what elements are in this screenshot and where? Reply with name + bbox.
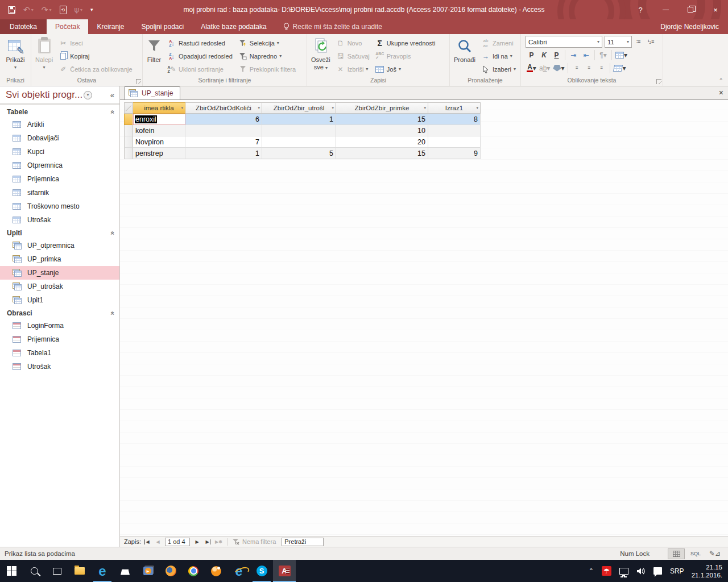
taskbar-movies-tv[interactable]: ▶ (136, 560, 159, 582)
nav-section-header-tabele[interactable]: Tabele« (0, 106, 119, 118)
tab-alatke-baze-podataka[interactable]: Alatke baze podataka (192, 19, 275, 34)
nav-section-header-upiti[interactable]: Upiti« (0, 227, 119, 239)
shutter-close-icon[interactable]: « (109, 91, 116, 99)
spelling-button[interactable]: ABC✓Pravopis (373, 49, 438, 63)
totals-button[interactable]: ΣUkupne vrednosti (373, 36, 438, 49)
nav-item-troškovno mesto[interactable]: Troškovno mesto (0, 199, 119, 213)
cell[interactable]: enroxil (133, 114, 185, 125)
taskbar-access[interactable]: A (273, 560, 296, 582)
cell[interactable]: penstrep (133, 148, 185, 159)
filter-button[interactable]: Filter (144, 36, 164, 64)
format-painter-button[interactable]: ✐Četkica za oblikovanje (56, 63, 134, 76)
cell[interactable]: 15 (336, 148, 428, 159)
goto-button[interactable]: →Idi na▾ (479, 49, 518, 63)
italic-button[interactable]: K (538, 49, 550, 61)
tab-spoljni-podaci[interactable]: Spoljni podaci (133, 19, 192, 34)
volume-tray-icon[interactable] (632, 560, 650, 582)
nav-item-kupci[interactable]: Kupci (0, 145, 119, 159)
tell-me-box[interactable]: Recite mi šta želite da uradite (275, 19, 390, 34)
minimize-button[interactable] (653, 0, 678, 19)
fill-color-icon[interactable]: ▾ (552, 62, 565, 74)
show-hidden-icons-icon[interactable]: ⌃ (585, 560, 598, 582)
cell[interactable] (185, 125, 262, 136)
save-icon[interactable] (8, 6, 15, 14)
column-dropdown-icon[interactable]: ▾ (181, 106, 183, 110)
column-dropdown-icon[interactable]: ▾ (424, 106, 426, 110)
account-user-name[interactable]: Djordje Nedeljkovic (660, 19, 728, 34)
taskbar-skype[interactable]: S (250, 560, 273, 582)
column-header-4[interactable]: ZbirOdZbir_primke▾ (336, 102, 428, 114)
bold-button[interactable]: P (526, 49, 537, 61)
sql-view-button[interactable]: SQL (687, 548, 704, 559)
close-document-icon[interactable]: × (719, 88, 723, 97)
font-size-combo[interactable]: 11▾ (605, 36, 632, 48)
taskbar-start[interactable] (0, 560, 23, 582)
avira-tray-icon[interactable]: ☂ (598, 560, 615, 582)
collapse-ribbon-icon[interactable]: ⌃ (719, 77, 723, 84)
current-record-box[interactable]: 1 od 4 (165, 538, 190, 546)
delete-record-button[interactable]: ✕Izbriši▾ (334, 63, 372, 76)
taskbar-firefox[interactable] (159, 560, 182, 582)
action-center-icon[interactable] (650, 560, 666, 582)
align-left-icon[interactable]: ≡ (570, 62, 582, 74)
column-dropdown-icon[interactable]: ▾ (476, 106, 478, 110)
document-tab-up-stanje[interactable]: UP_stanje (124, 86, 180, 99)
row-selector[interactable] (124, 125, 133, 136)
cut-button[interactable]: ✂Iseci (56, 36, 134, 49)
bullets-icon[interactable]: ∶≡ (632, 36, 644, 48)
cell[interactable]: 20 (336, 136, 428, 148)
customize-qat-icon[interactable]: ▾ (90, 7, 93, 13)
nav-item-upit1[interactable]: Upit1 (0, 293, 119, 307)
nav-item-loginforma[interactable]: LoginForma (0, 319, 119, 332)
new-blank-record-button[interactable]: ▶✱ (214, 538, 224, 546)
restore-button[interactable] (678, 0, 703, 19)
taskbar-task-view[interactable] (46, 560, 68, 582)
collapse-section-icon[interactable]: « (109, 311, 117, 315)
nav-section-header-obrasci[interactable]: Obrasci« (0, 307, 119, 319)
column-dropdown-icon[interactable]: ▾ (258, 106, 260, 110)
cell[interactable]: 1 (262, 114, 336, 125)
nav-item-up_otpremnica[interactable]: UP_otpremnica (0, 239, 119, 252)
toggle-filter-button[interactable]: Preklopnik filtera (236, 63, 298, 76)
column-header-3[interactable]: ZbirOdZbir_utrošl▾ (262, 102, 336, 114)
cell[interactable] (262, 125, 336, 136)
close-button[interactable]: × (703, 0, 728, 19)
nav-item-dobavljači[interactable]: Dobavljači (0, 131, 119, 145)
cell[interactable]: 10 (336, 125, 428, 136)
sort-ascending-button[interactable]: AZ↓Rastući redosled (165, 36, 235, 49)
cell[interactable]: 7 (185, 136, 262, 148)
cell[interactable] (428, 125, 481, 136)
cell[interactable]: kofein (133, 125, 185, 136)
taskbar-chrome[interactable] (182, 560, 205, 582)
nav-item-artikli[interactable]: Artikli (0, 118, 119, 131)
language-indicator[interactable]: SRP (666, 560, 688, 582)
taskbar-edge[interactable]: e (91, 560, 114, 582)
taskbar-search[interactable] (23, 560, 46, 582)
cell[interactable]: 5 (262, 148, 336, 159)
font-color-icon[interactable]: A▾ (526, 62, 537, 74)
first-record-button[interactable]: ◀ (142, 538, 152, 546)
clock[interactable]: 21.15 21.1.2016. (688, 563, 728, 579)
column-header-2[interactable]: ZbirOdZbirOdKoliči▾ (185, 102, 262, 114)
align-right-icon[interactable]: ≡ (595, 62, 607, 74)
column-header-1[interactable]: imea rtikla▾ (133, 102, 185, 114)
cell[interactable]: 8 (428, 114, 481, 125)
underline-button[interactable]: P (551, 49, 562, 61)
column-header-5[interactable]: Izraz1▾ (428, 102, 481, 114)
nav-item-up_stanje[interactable]: UP_stanje (0, 266, 119, 280)
oblikovanje-dialog-launcher-icon[interactable] (656, 79, 661, 84)
ostava-dialog-launcher-icon[interactable] (136, 79, 141, 84)
more-button[interactable]: Još▾ (373, 63, 438, 76)
refresh-all-icon[interactable]: ⟲ (60, 6, 67, 14)
numbering-icon[interactable]: ¹₂≡ (645, 36, 657, 48)
nav-item-utrošak[interactable]: Utrošak (0, 213, 119, 227)
cell[interactable]: 9 (428, 148, 481, 159)
taskbar-gom-player[interactable] (205, 560, 228, 582)
row-selector[interactable] (124, 114, 133, 125)
taskbar-file-explorer[interactable] (68, 560, 91, 582)
select-button[interactable]: Izaberi▾ (479, 63, 518, 76)
save-record-button[interactable]: 🖫Sačuvaj (334, 49, 372, 63)
nav-dropdown-icon[interactable]: ▾ (84, 91, 92, 99)
column-dropdown-icon[interactable]: ▾ (332, 106, 334, 110)
advanced-filter-button[interactable]: Napredno▾ (236, 49, 298, 63)
